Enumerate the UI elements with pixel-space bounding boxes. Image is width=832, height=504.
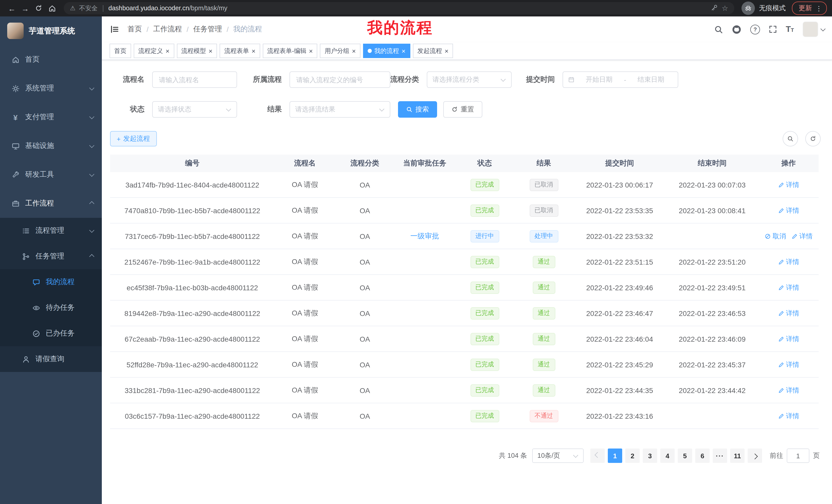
github-icon[interactable]	[732, 24, 742, 34]
tab[interactable]: 用户分组 ×	[320, 44, 361, 58]
breadcrumb-item[interactable]: 首页	[128, 25, 142, 34]
process-name-field[interactable]	[152, 72, 237, 88]
goto-page-input[interactable]	[787, 449, 809, 463]
current-task-link[interactable]: 一级审批	[410, 231, 439, 241]
breadcrumb-item[interactable]: 任务管理	[193, 25, 222, 34]
user-menu[interactable]	[803, 22, 825, 37]
page-button[interactable]: 1	[608, 449, 622, 463]
address-bar[interactable]: ⚠ 不安全 dashboard.yudao.iocoder.cn/bpm/tas…	[64, 2, 734, 15]
page-size-select[interactable]: 10条/页	[532, 449, 583, 463]
submit-time-range[interactable]: 开始日期 - 结束日期	[563, 72, 678, 88]
tab-close-icon[interactable]: ×	[445, 48, 448, 54]
create-process-button[interactable]: +发起流程	[110, 131, 157, 146]
process-name-input[interactable]	[158, 75, 231, 84]
chevron-down-icon	[226, 106, 231, 111]
sidebar-toggle-icon[interactable]	[110, 25, 119, 34]
status-select[interactable]: 请选择状态	[152, 101, 237, 118]
reset-button[interactable]: 重置	[443, 101, 482, 118]
tab-close-icon[interactable]: ×	[309, 48, 313, 54]
sidebar-item-done-tasks[interactable]: 已办任务	[0, 320, 102, 346]
detail-button[interactable]: 详情	[778, 257, 799, 267]
page-button[interactable]: ···	[713, 449, 727, 463]
tab[interactable]: 我的流程 ×	[363, 44, 410, 58]
sidebar-item-devtools[interactable]: 研发工具	[0, 160, 102, 189]
back-icon[interactable]: ←	[5, 4, 19, 12]
start-date-placeholder[interactable]: 开始日期	[577, 75, 621, 84]
tab-close-icon[interactable]: ×	[209, 48, 212, 54]
sidebar-item-workflow[interactable]: 工作流程	[0, 189, 102, 218]
detail-button[interactable]: 详情	[778, 309, 799, 318]
tab[interactable]: 流程表单 ×	[219, 44, 260, 58]
prev-page-button[interactable]	[590, 449, 605, 463]
cell-status: 已完成	[455, 377, 514, 403]
help-icon[interactable]: ?	[750, 24, 760, 34]
show-search-button[interactable]	[783, 131, 798, 146]
refresh-table-button[interactable]	[805, 131, 821, 146]
fullscreen-icon[interactable]	[769, 25, 777, 33]
detail-button[interactable]: 详情	[778, 334, 799, 343]
browser-menu-icon[interactable]: ⋮	[815, 4, 822, 12]
page-button[interactable]: 11	[730, 449, 745, 463]
browser-update-button[interactable]: 更新 ⋮	[792, 2, 827, 15]
forward-icon[interactable]: →	[19, 4, 32, 12]
process-name-label: 流程名	[110, 75, 145, 84]
sidebar-item-my-process[interactable]: 我的流程	[0, 269, 102, 295]
tab[interactable]: 发起流程 ×	[413, 44, 453, 58]
sidebar-item-task-management[interactable]: 任务管理	[0, 244, 102, 269]
page-button[interactable]: 4	[660, 449, 675, 463]
tab-close-icon[interactable]: ×	[165, 48, 170, 54]
process-def-field[interactable]	[289, 72, 390, 88]
page-button[interactable]: 6	[695, 449, 710, 463]
cell-id: 67c2eaab-7b9a-11ec-a290-acde48001122	[110, 326, 275, 352]
detail-button[interactable]: 详情	[778, 180, 799, 189]
browser-home-icon[interactable]	[45, 4, 59, 12]
password-key-icon[interactable]	[711, 4, 718, 12]
search-button[interactable]: 搜索	[398, 101, 437, 118]
result-select[interactable]: 请选择流结果	[289, 101, 390, 118]
breadcrumb-item[interactable]: 我的流程	[233, 25, 262, 34]
result-label: 结果	[237, 105, 282, 114]
breadcrumb-item[interactable]: 工作流程	[153, 25, 182, 34]
cell-operations: 取消 详情	[758, 198, 818, 223]
detail-button[interactable]: 详情	[791, 231, 813, 241]
sidebar-item-todo-tasks[interactable]: 待办任务	[0, 295, 102, 320]
page-button[interactable]: 2	[625, 449, 640, 463]
process-def-input[interactable]	[295, 75, 385, 84]
tools-icon	[11, 171, 20, 179]
incognito-badge: 无痕模式	[742, 2, 786, 15]
tab-close-icon[interactable]: ×	[252, 48, 255, 54]
sidebar-item-payment[interactable]: ¥ 支付管理	[0, 103, 102, 132]
sidebar-item-infrastructure[interactable]: 基础设施	[0, 132, 102, 160]
sidebar-item-process-management[interactable]: 流程管理	[0, 218, 102, 244]
sidebar-item-system[interactable]: 系统管理	[0, 74, 102, 103]
tab[interactable]: 流程表单-编辑 ×	[263, 44, 317, 58]
detail-button[interactable]: 详情	[778, 206, 799, 215]
edit-icon	[778, 259, 784, 265]
cell-id: ec45f38f-7b9a-11ec-b03b-acde48001122	[110, 275, 275, 300]
detail-button[interactable]: 详情	[778, 411, 799, 421]
category-select[interactable]: 请选择流程分类	[427, 72, 512, 88]
detail-button[interactable]: 详情	[778, 360, 799, 369]
end-date-placeholder[interactable]: 结束日期	[629, 75, 673, 84]
page-button[interactable]: 3	[643, 449, 657, 463]
cell-id: 3ad174fb-7b9d-11ec-8404-acde48001122	[110, 172, 275, 197]
cell-process-name: OA 请假	[275, 301, 335, 326]
next-page-button[interactable]	[748, 449, 762, 463]
detail-button[interactable]: 详情	[778, 386, 799, 395]
search-icon[interactable]	[714, 25, 723, 34]
bookmark-star-icon[interactable]: ☆	[722, 4, 728, 12]
tab-close-icon[interactable]: ×	[352, 48, 356, 54]
cancel-button[interactable]: 取消	[764, 231, 786, 241]
task-icon	[22, 252, 30, 260]
detail-button[interactable]: 详情	[778, 283, 799, 292]
cell-submit-time: 2022-01-22 23:45:29	[573, 352, 666, 377]
font-size-icon[interactable]: TT	[786, 25, 794, 33]
sidebar-item-home[interactable]: 首页	[0, 45, 102, 74]
tab[interactable]: 流程模型 ×	[177, 44, 217, 58]
tab[interactable]: 流程定义 ×	[134, 44, 174, 58]
reload-icon[interactable]	[32, 5, 45, 12]
sidebar-item-leave-query[interactable]: 请假查询	[0, 346, 102, 372]
page-button[interactable]: 5	[678, 449, 692, 463]
tab-close-icon[interactable]: ×	[401, 48, 406, 54]
tab[interactable]: 首页 ×	[109, 44, 131, 58]
